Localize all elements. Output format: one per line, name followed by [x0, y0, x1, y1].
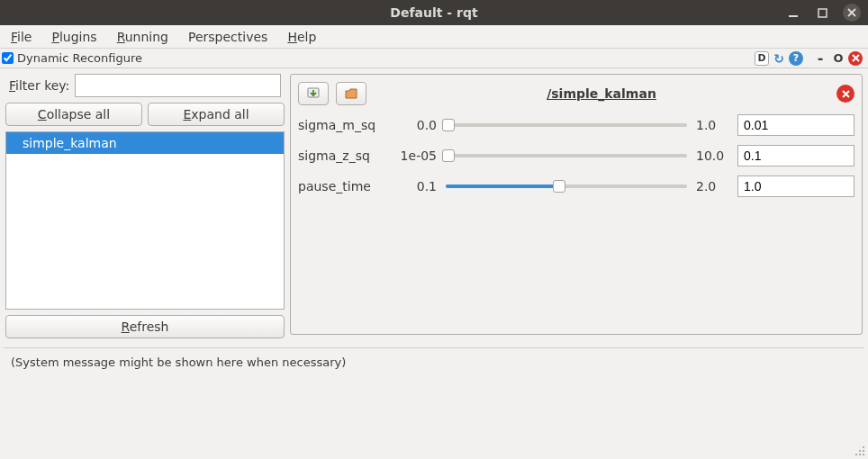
refresh-button[interactable]: Refresh — [5, 315, 285, 338]
filter-input[interactable] — [75, 74, 281, 97]
plugin-checkbox[interactable] — [2, 52, 14, 64]
slider-sigma-z-sq[interactable] — [446, 148, 687, 164]
close-button[interactable] — [843, 4, 861, 22]
titlebar: Default - rqt — [0, 0, 868, 25]
status-message: (System message might be shown here when… — [11, 356, 346, 369]
window-controls — [785, 0, 861, 25]
param-min: 0.1 — [397, 179, 437, 194]
reload-icon[interactable]: ↻ — [771, 50, 787, 67]
o-icon[interactable]: O — [830, 50, 846, 67]
collapse-all-button[interactable]: Collapse all — [5, 103, 142, 126]
param-label: sigma_m_sq — [298, 118, 388, 132]
param-row-sigma-m-sq: sigma_m_sq 0.0 1.0 — [298, 114, 854, 136]
open-icon[interactable] — [336, 82, 366, 105]
plugin-bar: Dynamic Reconfigure D ↻ ? - O — [0, 49, 868, 68]
menu-perspectives[interactable]: Perspectives — [185, 28, 271, 46]
maximize-button[interactable] — [814, 4, 830, 21]
minimize-button[interactable] — [785, 4, 801, 21]
param-min: 0.0 — [397, 118, 437, 132]
param-max: 10.0 — [696, 148, 728, 163]
slider-pause-time[interactable] — [446, 178, 687, 194]
slider-sigma-m-sq[interactable] — [446, 117, 687, 133]
window-title: Default - rqt — [390, 5, 477, 20]
content: Filter key: Collapse all Expand all simp… — [0, 68, 868, 338]
node-tree[interactable]: simple_kalman — [5, 131, 285, 310]
param-max: 2.0 — [696, 179, 728, 194]
close-node-icon[interactable] — [836, 85, 854, 103]
plugin-title: Dynamic Reconfigure — [17, 51, 142, 65]
menu-file[interactable]: File — [7, 28, 35, 46]
dash-icon[interactable]: - — [812, 50, 828, 67]
param-label: sigma_z_sq — [298, 148, 388, 163]
svg-rect-1 — [818, 9, 827, 17]
filter-row: Filter key: — [5, 74, 285, 97]
left-panel: Filter key: Collapse all Expand all simp… — [5, 74, 285, 338]
param-value-input[interactable] — [737, 176, 854, 197]
param-header: /simple_kalman — [298, 82, 854, 105]
plugin-close-icon[interactable] — [848, 51, 863, 66]
right-panel: /simple_kalman sigma_m_sq 0.0 1.0 sigma_… — [290, 74, 863, 335]
param-row-pause-time: pause_time 0.1 2.0 — [298, 176, 854, 197]
menu-running[interactable]: Running — [113, 28, 172, 46]
param-label: pause_time — [298, 179, 388, 194]
node-title: /simple_kalman — [374, 86, 829, 101]
save-icon[interactable] — [298, 82, 329, 105]
menu-help[interactable]: Help — [284, 28, 320, 46]
status-message-area: (System message might be shown here when… — [4, 347, 864, 437]
dock-icon[interactable]: D — [755, 51, 769, 66]
menubar: File Plugins Running Perspectives Help — [0, 25, 868, 49]
param-row-sigma-z-sq: sigma_z_sq 1e-05 10.0 — [298, 145, 854, 166]
param-value-input[interactable] — [737, 145, 854, 166]
plugin-toolbar: D ↻ ? - O — [755, 50, 863, 67]
param-value-input[interactable] — [737, 114, 854, 136]
resize-grip[interactable] — [854, 445, 866, 457]
param-min: 1e-05 — [397, 148, 437, 163]
expand-all-button[interactable]: Expand all — [148, 103, 285, 126]
collapse-expand-row: Collapse all Expand all — [5, 103, 285, 126]
tree-item-simple-kalman[interactable]: simple_kalman — [6, 132, 284, 154]
menu-plugins[interactable]: Plugins — [48, 28, 100, 46]
help-icon[interactable]: ? — [789, 51, 803, 66]
param-max: 1.0 — [696, 118, 728, 132]
filter-label: Filter key: — [9, 78, 69, 93]
